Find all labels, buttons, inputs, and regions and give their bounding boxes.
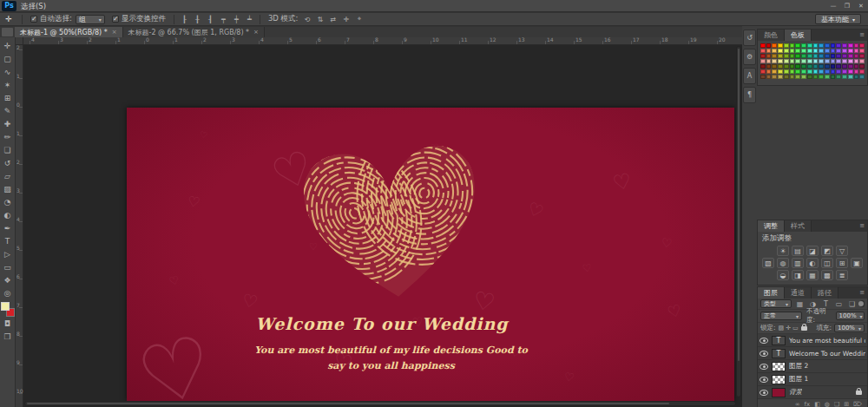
swatches-tab-1[interactable]: 颜色 (758, 30, 785, 41)
color-swatch[interactable] (859, 43, 865, 48)
3d-mode-icon[interactable]: ✛ (340, 15, 352, 24)
properties-panel-icon[interactable]: ⚙ (743, 49, 756, 65)
eraser-tool[interactable]: ▱ (0, 169, 15, 182)
gradient-tool[interactable]: ▨ (0, 182, 15, 195)
layers-footer-icon[interactable]: ❑ (834, 401, 839, 407)
color-swatch[interactable] (772, 64, 777, 69)
lock-option-icon[interactable]: ✛ (786, 325, 791, 332)
3d-mode-icon[interactable]: ⟲ (301, 15, 312, 24)
adjustment-icon[interactable]: ▧ (762, 258, 774, 268)
color-swatch[interactable] (807, 59, 812, 63)
color-swatch[interactable] (819, 43, 824, 48)
adjustment-icon[interactable]: ◍ (777, 258, 789, 268)
color-swatch[interactable] (795, 69, 800, 74)
layers-footer-icon[interactable]: fx (805, 401, 811, 407)
color-swatch[interactable] (831, 59, 836, 63)
color-swatch[interactable] (819, 54, 824, 58)
color-swatch[interactable] (854, 64, 859, 69)
color-swatch[interactable] (859, 49, 865, 53)
healing-brush-tool[interactable]: ✚ (0, 117, 15, 130)
color-swatch[interactable] (831, 49, 836, 53)
color-swatch[interactable] (772, 75, 777, 79)
color-swatch[interactable] (813, 43, 819, 48)
color-swatch[interactable] (819, 64, 824, 69)
color-swatch[interactable] (859, 75, 865, 79)
color-swatch[interactable] (836, 59, 841, 63)
align-icon[interactable]: ╂ (192, 15, 203, 24)
color-swatch[interactable] (842, 75, 847, 79)
layer-filter-icon[interactable]: ▭ (833, 299, 845, 309)
color-swatch[interactable] (778, 54, 783, 58)
layers-footer-icon[interactable]: ⊞ (844, 401, 849, 407)
color-swatch[interactable] (836, 64, 841, 69)
color-swatch[interactable] (760, 64, 766, 69)
3d-mode-icon[interactable]: ⌖ (353, 15, 365, 24)
color-swatch[interactable] (813, 75, 819, 79)
layers-tab-1[interactable]: 图层 (758, 287, 785, 299)
color-swatch[interactable] (831, 54, 836, 58)
color-swatch[interactable] (854, 69, 859, 74)
layer-row[interactable]: TWelcome To our Wedding (758, 347, 867, 360)
adjustments-tab-1[interactable]: 调整 (758, 220, 785, 232)
color-swatch[interactable] (859, 59, 865, 63)
minimize-icon[interactable]: — (826, 3, 840, 10)
quick-mask-icon[interactable]: ◘ (0, 317, 15, 330)
adjustment-icon[interactable]: ▣ (851, 258, 863, 268)
color-swatch[interactable] (825, 54, 830, 58)
swatches-tab-2[interactable]: 色板 (785, 30, 812, 41)
layers-footer-icon[interactable]: ◍ (825, 401, 830, 407)
color-swatch[interactable] (801, 59, 806, 63)
color-swatch[interactable] (790, 75, 795, 79)
color-swatch[interactable] (801, 43, 806, 48)
color-swatch[interactable] (795, 54, 800, 58)
color-swatch[interactable] (772, 49, 777, 53)
color-swatch[interactable] (790, 43, 795, 48)
color-swatch[interactable] (813, 54, 819, 58)
color-swatch[interactable] (842, 64, 847, 69)
type-tool[interactable]: T (0, 234, 15, 247)
color-swatch[interactable] (848, 54, 853, 58)
move-tool[interactable]: ✛ (0, 39, 15, 52)
color-swatch[interactable] (790, 59, 795, 63)
close-icon[interactable]: ✕ (854, 3, 868, 10)
layer-thumbnail[interactable] (772, 362, 786, 371)
color-swatch[interactable] (842, 43, 847, 48)
layers-footer-icon[interactable]: ⌦ (853, 401, 862, 407)
paragraph-panel-icon[interactable]: ¶ (743, 87, 756, 103)
close-tab-icon[interactable]: × (253, 29, 259, 36)
color-swatch[interactable] (801, 49, 806, 53)
color-swatch[interactable] (760, 43, 766, 48)
color-swatch[interactable] (778, 59, 783, 63)
opacity-dropdown[interactable]: 100% ▾ (836, 312, 865, 320)
color-swatch[interactable] (854, 75, 859, 79)
clone-stamp-tool[interactable]: ❏ (0, 143, 15, 156)
color-swatch[interactable] (854, 59, 859, 63)
color-swatch[interactable] (854, 49, 859, 53)
hand-tool[interactable]: ❖ (0, 273, 15, 286)
color-swatch[interactable] (790, 69, 795, 74)
zoom-tool[interactable]: ◎ (0, 286, 15, 299)
restore-icon[interactable]: ❐ (840, 3, 854, 10)
color-swatch[interactable] (778, 49, 783, 53)
layers-footer-icon[interactable]: ◧ (814, 401, 820, 407)
color-swatch[interactable] (813, 59, 819, 63)
layers-footer-icon[interactable]: ∞ (795, 401, 800, 407)
layer-filter-icon[interactable]: ❏ (846, 299, 858, 309)
color-swatch[interactable] (825, 75, 830, 79)
layer-row[interactable]: TYou are most beautiful o... (758, 334, 867, 347)
color-swatch[interactable] (784, 75, 789, 79)
color-swatch[interactable] (772, 54, 777, 58)
pen-tool[interactable]: ✒ (0, 221, 15, 234)
close-tab-icon[interactable]: × (112, 29, 117, 36)
adjustment-icon[interactable]: ◩ (821, 246, 833, 256)
auto-select-dropdown[interactable]: 组 ▾ (76, 15, 105, 24)
color-swatch[interactable] (790, 64, 795, 69)
character-panel-icon[interactable]: A (743, 68, 756, 84)
adjustment-icon[interactable]: ▥ (792, 258, 804, 268)
color-swatch[interactable] (825, 64, 830, 69)
layers-tab-3[interactable]: 路径 (812, 287, 838, 299)
layer-row[interactable]: 图层 1 (758, 373, 867, 386)
color-swatch[interactable] (836, 54, 841, 58)
layers-tab-2[interactable]: 通道 (785, 287, 812, 299)
color-swatch[interactable] (848, 75, 853, 79)
